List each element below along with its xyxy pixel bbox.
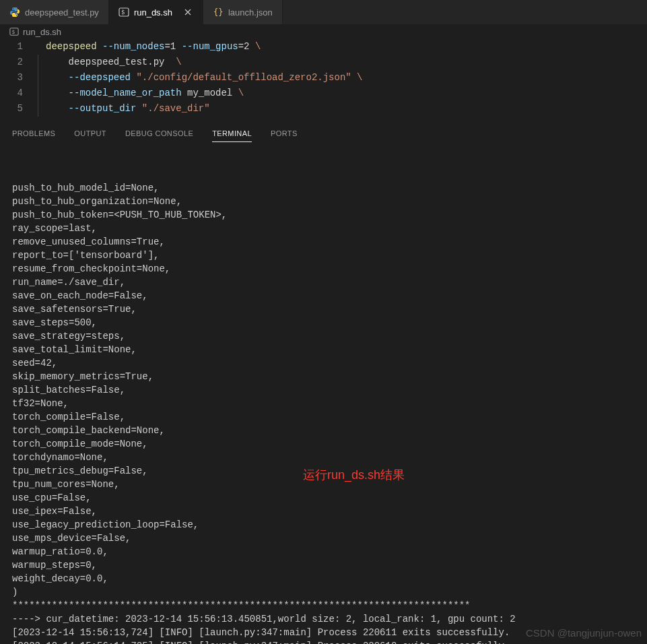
code-line[interactable]: --model_name_or_path my_model \ (38, 86, 363, 101)
terminal-line: ) (12, 585, 635, 599)
breadcrumb[interactable]: $ run_ds.sh (0, 24, 647, 39)
code-line[interactable]: deepspeed_test.py \ (38, 55, 363, 70)
terminal-line: warmup_ratio=0.0, (12, 545, 635, 558)
terminal-line: ****************************************… (12, 599, 635, 612)
terminal-line: use_mps_device=False, (12, 532, 635, 545)
code-line[interactable]: --output_dir "./save_dir" (38, 101, 363, 117)
panel-tab-bar: PROBLEMSOUTPUTDEBUG CONSOLETERMINALPORTS (0, 123, 647, 148)
tab-run-ds-sh[interactable]: $ run_ds.sh (109, 0, 203, 24)
terminal-line: torch_compile_mode=None, (12, 437, 635, 451)
svg-text:$: $ (121, 9, 125, 15)
tab-label: run_ds.sh (134, 7, 172, 18)
terminal-line: push_to_hub_token=<PUSH_TO_HUB_TOKEN>, (12, 208, 635, 222)
panel-tab-terminal[interactable]: TERMINAL (212, 129, 252, 142)
tab-launch-json[interactable]: {} launch.json (203, 0, 283, 24)
terminal-line: weight_decay=0.0, (12, 572, 635, 585)
svg-text:$: $ (12, 29, 15, 35)
panel-tab-problems[interactable]: PROBLEMS (12, 129, 55, 141)
close-icon[interactable] (182, 7, 193, 18)
python-icon (9, 7, 20, 18)
tab-bar: deepspeed_test.py $ run_ds.sh {} launch.… (0, 0, 647, 24)
tab-deepspeed-test-py[interactable]: deepspeed_test.py (0, 0, 109, 24)
terminal-line: save_strategy=steps, (12, 329, 635, 343)
line-gutter: 12345 (0, 39, 38, 117)
terminal-line: ray_scope=last, (12, 222, 635, 235)
tab-label: deepspeed_test.py (25, 7, 99, 18)
tab-label: launch.json (228, 7, 273, 18)
terminal-line: push_to_hub_organization=None, (12, 195, 635, 208)
terminal-line: warmup_steps=0, (12, 558, 635, 572)
terminal-line: save_on_each_node=False, (12, 289, 635, 302)
terminal-line: run_name=./save_dir, (12, 276, 635, 289)
code-editor[interactable]: 12345 deepspeed --num_nodes=1 --num_gpus… (0, 39, 647, 117)
code-content[interactable]: deepspeed --num_nodes=1 --num_gpus=2 \ d… (38, 39, 363, 117)
terminal-line: torchdynamo=None, (12, 451, 635, 464)
terminal-output[interactable]: push_to_hub_model_id=None,push_to_hub_or… (0, 148, 647, 644)
terminal-line: seed=42, (12, 356, 635, 370)
annotation-overlay: 运行run_ds.sh结果 (303, 468, 405, 482)
terminal-line: use_ipex=False, (12, 505, 635, 518)
terminal-line: save_steps=500, (12, 316, 635, 329)
panel-tab-debug-console[interactable]: DEBUG CONSOLE (125, 129, 193, 141)
code-line[interactable]: --deepspeed "./config/default_offlload_z… (38, 70, 363, 86)
json-icon: {} (213, 7, 224, 18)
terminal-line: save_total_limit=None, (12, 343, 635, 356)
panel-tab-output[interactable]: OUTPUT (74, 129, 106, 141)
shell-icon: $ (9, 27, 19, 36)
panel-tab-ports[interactable]: PORTS (271, 129, 298, 141)
terminal-line: skip_memory_metrics=True, (12, 370, 635, 383)
terminal-line: use_cpu=False, (12, 491, 635, 505)
breadcrumb-label: run_ds.sh (23, 27, 61, 37)
terminal-line: remove_unused_columns=True, (12, 235, 635, 249)
terminal-line: report_to=['tensorboard'], (12, 249, 635, 262)
terminal-line: save_safetensors=True, (12, 302, 635, 316)
terminal-line: resume_from_checkpoint=None, (12, 262, 635, 276)
terminal-line: ----> cur_datetime: 2023-12-14 15:56:13.… (12, 612, 635, 626)
watermark: CSDN @tangjunjun-owen (526, 627, 642, 639)
terminal-line: use_legacy_prediction_loop=False, (12, 518, 635, 532)
shell-icon: $ (118, 7, 129, 18)
terminal-line: split_batches=False, (12, 383, 635, 397)
terminal-line: [2023-12-14 15:56:14,725] [INFO] [launch… (12, 639, 635, 644)
terminal-line: tf32=None, (12, 397, 635, 410)
code-line[interactable]: deepspeed --num_nodes=1 --num_gpus=2 \ (38, 39, 363, 55)
svg-text:{}: {} (213, 7, 223, 17)
terminal-line: push_to_hub_model_id=None, (12, 181, 635, 195)
terminal-line: torch_compile_backend=None, (12, 424, 635, 437)
terminal-line: torch_compile=False, (12, 410, 635, 424)
